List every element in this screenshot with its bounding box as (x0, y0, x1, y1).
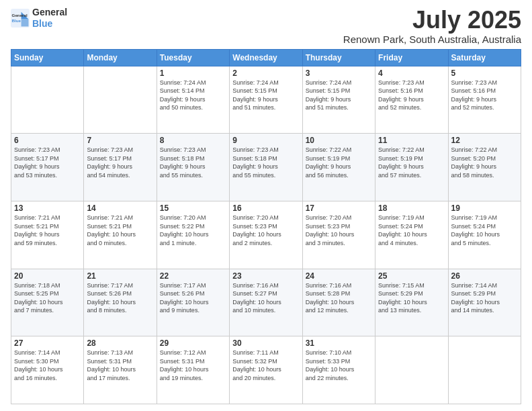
day-info: Sunrise: 7:14 AM Sunset: 5:30 PM Dayligh… (14, 349, 81, 382)
day-number: 17 (306, 203, 372, 213)
svg-marker-2 (21, 19, 29, 26)
day-info: Sunrise: 7:23 AM Sunset: 5:16 PM Dayligh… (378, 79, 445, 112)
calendar-week-5: 27Sunrise: 7:14 AM Sunset: 5:30 PM Dayli… (11, 336, 521, 404)
day-info: Sunrise: 7:12 AM Sunset: 5:31 PM Dayligh… (160, 349, 226, 382)
day-number: 23 (232, 271, 299, 281)
day-number: 14 (87, 203, 153, 213)
day-info: Sunrise: 7:20 AM Sunset: 5:23 PM Dayligh… (306, 214, 372, 247)
day-info: Sunrise: 7:23 AM Sunset: 5:18 PM Dayligh… (232, 146, 299, 179)
day-info: Sunrise: 7:24 AM Sunset: 5:15 PM Dayligh… (232, 79, 299, 112)
day-info: Sunrise: 7:20 AM Sunset: 5:22 PM Dayligh… (160, 214, 226, 247)
day-info: Sunrise: 7:24 AM Sunset: 5:14 PM Dayligh… (160, 79, 226, 112)
day-info: Sunrise: 7:22 AM Sunset: 5:19 PM Dayligh… (378, 146, 445, 179)
calendar-cell: 16Sunrise: 7:20 AM Sunset: 5:23 PM Dayli… (230, 201, 302, 269)
header: General Blue General Blue July 2025 Reno… (11, 7, 521, 45)
day-number: 8 (160, 136, 226, 145)
day-info: Sunrise: 7:17 AM Sunset: 5:26 PM Dayligh… (87, 281, 153, 315)
calendar-cell: 10Sunrise: 7:22 AM Sunset: 5:19 PM Dayli… (302, 134, 375, 201)
day-info: Sunrise: 7:18 AM Sunset: 5:25 PM Dayligh… (14, 281, 81, 315)
calendar-cell: 9Sunrise: 7:23 AM Sunset: 5:18 PM Daylig… (230, 134, 302, 201)
day-number: 24 (306, 271, 372, 281)
calendar-week-4: 20Sunrise: 7:18 AM Sunset: 5:25 PM Dayli… (11, 269, 521, 336)
day-info: Sunrise: 7:23 AM Sunset: 5:18 PM Dayligh… (160, 146, 226, 179)
calendar-week-3: 13Sunrise: 7:21 AM Sunset: 5:21 PM Dayli… (11, 201, 521, 269)
subtitle: Renown Park, South Australia, Australia (343, 34, 521, 45)
day-number: 31 (306, 338, 372, 348)
day-number: 30 (232, 338, 299, 348)
day-info: Sunrise: 7:19 AM Sunset: 5:24 PM Dayligh… (378, 214, 445, 247)
day-number: 27 (14, 338, 81, 348)
day-number: 2 (232, 68, 299, 78)
calendar-cell: 15Sunrise: 7:20 AM Sunset: 5:22 PM Dayli… (157, 201, 229, 269)
col-header-wednesday: Wednesday (230, 49, 302, 66)
day-info: Sunrise: 7:23 AM Sunset: 5:16 PM Dayligh… (451, 79, 518, 112)
col-header-thursday: Thursday (302, 49, 375, 66)
day-number: 20 (14, 271, 81, 281)
logo-line2: Blue (32, 18, 52, 29)
day-info: Sunrise: 7:19 AM Sunset: 5:24 PM Dayligh… (451, 214, 518, 247)
calendar-cell: 17Sunrise: 7:20 AM Sunset: 5:23 PM Dayli… (302, 201, 375, 269)
col-header-saturday: Saturday (448, 49, 521, 66)
calendar-cell: 22Sunrise: 7:17 AM Sunset: 5:26 PM Dayli… (157, 269, 229, 336)
logo-text: General Blue (32, 7, 67, 30)
calendar-cell: 1Sunrise: 7:24 AM Sunset: 5:14 PM Daylig… (157, 66, 229, 134)
calendar-cell (84, 66, 157, 134)
day-info: Sunrise: 7:16 AM Sunset: 5:28 PM Dayligh… (306, 281, 372, 315)
calendar-cell: 13Sunrise: 7:21 AM Sunset: 5:21 PM Dayli… (11, 201, 84, 269)
calendar-cell: 3Sunrise: 7:24 AM Sunset: 5:15 PM Daylig… (302, 66, 375, 134)
day-number: 18 (378, 203, 445, 213)
svg-text:Blue: Blue (12, 18, 21, 23)
calendar-cell: 14Sunrise: 7:21 AM Sunset: 5:21 PM Dayli… (84, 201, 157, 269)
day-info: Sunrise: 7:23 AM Sunset: 5:17 PM Dayligh… (87, 146, 153, 179)
calendar-cell (448, 336, 521, 404)
calendar-cell: 31Sunrise: 7:10 AM Sunset: 5:33 PM Dayli… (302, 336, 375, 404)
day-number: 11 (378, 136, 445, 145)
day-number: 4 (378, 68, 445, 78)
calendar-cell: 26Sunrise: 7:14 AM Sunset: 5:29 PM Dayli… (448, 269, 521, 336)
col-header-sunday: Sunday (11, 49, 84, 66)
day-number: 19 (451, 203, 518, 213)
calendar-cell: 28Sunrise: 7:13 AM Sunset: 5:31 PM Dayli… (84, 336, 157, 404)
day-info: Sunrise: 7:22 AM Sunset: 5:20 PM Dayligh… (451, 146, 518, 179)
calendar-table: SundayMondayTuesdayWednesdayThursdayFrid… (11, 49, 521, 404)
day-number: 29 (160, 338, 226, 348)
day-info: Sunrise: 7:22 AM Sunset: 5:19 PM Dayligh… (306, 146, 372, 179)
day-info: Sunrise: 7:21 AM Sunset: 5:21 PM Dayligh… (14, 214, 81, 247)
day-number: 5 (451, 68, 518, 78)
logo-icon: General Blue (11, 9, 30, 28)
col-header-tuesday: Tuesday (157, 49, 229, 66)
day-info: Sunrise: 7:15 AM Sunset: 5:29 PM Dayligh… (378, 281, 445, 315)
calendar-header-row: SundayMondayTuesdayWednesdayThursdayFrid… (11, 49, 521, 66)
day-number: 13 (14, 203, 81, 213)
day-info: Sunrise: 7:17 AM Sunset: 5:26 PM Dayligh… (160, 281, 226, 315)
col-header-monday: Monday (84, 49, 157, 66)
calendar-cell: 29Sunrise: 7:12 AM Sunset: 5:31 PM Dayli… (157, 336, 229, 404)
svg-text:General: General (12, 13, 28, 17)
calendar-cell: 23Sunrise: 7:16 AM Sunset: 5:27 PM Dayli… (230, 269, 302, 336)
day-number: 26 (451, 271, 518, 281)
col-header-friday: Friday (375, 49, 448, 66)
day-info: Sunrise: 7:13 AM Sunset: 5:31 PM Dayligh… (87, 349, 153, 382)
calendar-cell: 6Sunrise: 7:23 AM Sunset: 5:17 PM Daylig… (11, 134, 84, 201)
calendar-cell: 20Sunrise: 7:18 AM Sunset: 5:25 PM Dayli… (11, 269, 84, 336)
calendar-cell: 8Sunrise: 7:23 AM Sunset: 5:18 PM Daylig… (157, 134, 229, 201)
calendar-cell: 7Sunrise: 7:23 AM Sunset: 5:17 PM Daylig… (84, 134, 157, 201)
calendar-cell: 12Sunrise: 7:22 AM Sunset: 5:20 PM Dayli… (448, 134, 521, 201)
day-info: Sunrise: 7:24 AM Sunset: 5:15 PM Dayligh… (306, 79, 372, 112)
calendar-week-1: 1Sunrise: 7:24 AM Sunset: 5:14 PM Daylig… (11, 66, 521, 134)
calendar-cell (375, 336, 448, 404)
day-info: Sunrise: 7:11 AM Sunset: 5:32 PM Dayligh… (232, 349, 299, 382)
day-number: 15 (160, 203, 226, 213)
day-number: 12 (451, 136, 518, 145)
day-number: 3 (306, 68, 372, 78)
calendar-cell: 2Sunrise: 7:24 AM Sunset: 5:15 PM Daylig… (230, 66, 302, 134)
calendar-week-2: 6Sunrise: 7:23 AM Sunset: 5:17 PM Daylig… (11, 134, 521, 201)
main-title: July 2025 (343, 7, 521, 34)
calendar-cell: 5Sunrise: 7:23 AM Sunset: 5:16 PM Daylig… (448, 66, 521, 134)
day-number: 6 (14, 136, 81, 145)
day-info: Sunrise: 7:23 AM Sunset: 5:17 PM Dayligh… (14, 146, 81, 179)
day-number: 21 (87, 271, 153, 281)
logo-line1: General (32, 7, 67, 18)
calendar-cell: 21Sunrise: 7:17 AM Sunset: 5:26 PM Dayli… (84, 269, 157, 336)
day-number: 16 (232, 203, 299, 213)
